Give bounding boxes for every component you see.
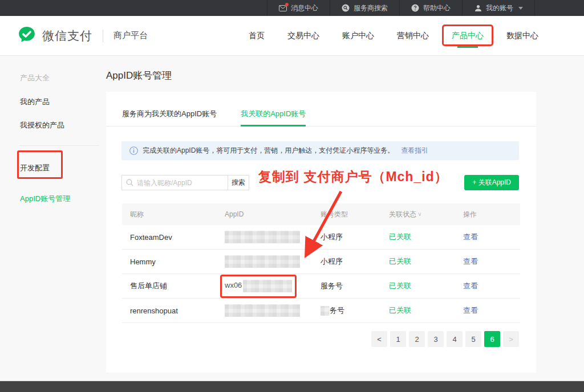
brand-name: 微信支付: [42, 28, 92, 44]
sidebar-item-authorized-products[interactable]: 我授权的产品: [0, 120, 106, 130]
cell-account-type: 小程序: [313, 232, 381, 242]
message-icon: [279, 4, 287, 12]
blurred-appid: [243, 280, 292, 292]
cell-nickname: FoxteamDev: [122, 233, 217, 242]
blurred-char: [321, 306, 329, 316]
cell-actions: 查看: [455, 256, 520, 267]
view-link[interactable]: 查看: [463, 232, 478, 241]
link-appid-button[interactable]: + 关联AppID: [464, 175, 519, 190]
content: 产品大全 我的产品 我授权的产品 开发配置 AppID账号管理 AppID账号管…: [0, 56, 584, 381]
nav-item-label: 数据中心: [506, 31, 538, 40]
blurred-appid: [225, 231, 300, 243]
cell-nickname: Hemmy: [122, 258, 217, 266]
pagination-next-button[interactable]: >: [503, 331, 519, 347]
status-badge: 已关联: [389, 306, 411, 315]
search-box: 搜索: [121, 175, 249, 190]
nav-item-products[interactable]: 产品中心: [449, 27, 486, 44]
sidebar-item-label: 我的产品: [20, 97, 50, 106]
appid-table: 昵称 AppID 账号类型 关联状态˅ 操作 FoxteamDev 小程序 已关…: [122, 203, 520, 323]
column-header-link-status[interactable]: 关联状态˅: [381, 210, 455, 219]
table-row: Hemmy 小程序 已关联 查看: [122, 250, 520, 274]
footer-bar: [0, 381, 584, 392]
search-button[interactable]: 搜索: [228, 175, 249, 190]
cell-appid: wx06: [217, 280, 313, 292]
cell-link-status: 已关联: [381, 305, 455, 316]
sidebar-item-label: AppID账号管理: [20, 194, 70, 203]
nav-item-marketing[interactable]: 营销中心: [395, 27, 431, 44]
topbar-item-message-center[interactable]: 消息中心: [267, 0, 330, 16]
sidebar-item-appid-management[interactable]: AppID账号管理: [0, 194, 106, 204]
pagination-page-6-active[interactable]: 6: [484, 331, 500, 347]
column-header-account-type: 账号类型: [313, 210, 381, 219]
status-badge: 已关联: [389, 257, 411, 266]
tab-label: 服务商为我关联的AppID账号: [122, 109, 217, 118]
status-badge: 已关联: [389, 281, 411, 290]
view-link[interactable]: 查看: [463, 306, 478, 315]
nav-item-home[interactable]: 首页: [246, 27, 267, 44]
pagination-page-5[interactable]: 5: [465, 331, 481, 347]
sidebar: 产品大全 我的产品 我授权的产品 开发配置 AppID账号管理: [0, 56, 106, 381]
nav-item-data-center[interactable]: 数据中心: [504, 27, 541, 44]
view-link[interactable]: 查看: [463, 257, 478, 266]
info-banner: 完成关联的AppID账号，将可用于支付，营销，用户触达，支付凭证小程序等业务。 …: [121, 141, 519, 160]
pagination-page-2[interactable]: 2: [409, 331, 425, 347]
column-header-nickname: 昵称: [122, 210, 217, 219]
nav-item-label: 账户中心: [342, 31, 374, 40]
topbar-item-label: 服务商搜索: [354, 3, 388, 13]
search-icon: [342, 4, 350, 12]
header: 微信支付 商户平台 首页 交易中心 账户中心 营销中心 产品中心 数据中心: [0, 16, 584, 56]
topbar-item-provider-search[interactable]: 服务商搜索: [330, 0, 399, 16]
info-icon: [129, 146, 138, 155]
cell-account-type: 务号: [313, 305, 381, 316]
nav-item-transactions[interactable]: 交易中心: [285, 27, 322, 44]
sidebar-item-dev-config[interactable]: 开发配置: [0, 163, 106, 173]
topbar-item-label: 我的账号: [486, 3, 513, 13]
cell-account-type: 服务号: [313, 281, 381, 291]
topbar-item-help-center[interactable]: 帮助中心: [399, 0, 462, 16]
nav-item-label: 产品中心: [452, 31, 484, 40]
status-badge: 已关联: [389, 232, 411, 241]
cell-nickname: renrenshopuat: [122, 307, 217, 315]
cell-actions: 查看: [455, 281, 520, 291]
main-nav: 首页 交易中心 账户中心 营销中心 产品中心 数据中心: [246, 27, 541, 44]
tab-my-linked-appid[interactable]: 我关联的AppID账号: [241, 109, 306, 126]
search-input[interactable]: [121, 175, 228, 190]
pagination-page-1[interactable]: 1: [390, 331, 406, 347]
table-row: renrenshopuat 务号 已关联 查看: [122, 299, 520, 323]
cell-appid: [217, 304, 313, 317]
sidebar-item-label: 我授权的产品: [20, 121, 64, 129]
view-link[interactable]: 查看: [463, 281, 478, 290]
wechat-pay-logo-icon: [17, 25, 36, 47]
pagination-page-3[interactable]: 3: [428, 331, 444, 347]
sidebar-item-label: 开发配置: [20, 164, 50, 172]
user-icon: [474, 4, 482, 12]
banner-guide-link[interactable]: 查看指引: [401, 146, 428, 156]
table-row: 售后单店铺 wx06 服务号 已关联 查看: [122, 274, 520, 299]
tab-provider-linked-appid[interactable]: 服务商为我关联的AppID账号: [122, 109, 217, 126]
sidebar-item-my-products[interactable]: 我的产品: [0, 97, 106, 107]
column-header-appid: AppID: [217, 210, 313, 218]
main-panel: AppID账号管理 服务商为我关联的AppID账号 我关联的AppID账号 完成…: [106, 56, 584, 381]
nav-item-account[interactable]: 账户中心: [340, 27, 376, 44]
filter-caret-icon: ˅: [418, 211, 421, 218]
cell-actions: 查看: [455, 232, 520, 242]
table-row: FoxteamDev 小程序 已关联 查看: [122, 225, 520, 250]
sidebar-section-title: 产品大全: [0, 73, 106, 83]
pagination-page-4[interactable]: 4: [447, 331, 463, 347]
cell-appid: [217, 255, 313, 268]
banner-text: 完成关联的AppID账号，将可用于支付，营销，用户触达，支付凭证小程序等业务。: [143, 146, 394, 156]
pagination-prev-button[interactable]: <: [371, 331, 387, 347]
toolbar: 搜索 + 关联AppID: [121, 175, 519, 190]
table-header-row: 昵称 AppID 账号类型 关联状态˅ 操作: [122, 203, 520, 225]
brand-divider: [103, 30, 103, 42]
cell-nickname: 售后单店铺: [122, 281, 217, 291]
cell-link-status: 已关联: [381, 232, 455, 242]
column-header-actions: 操作: [455, 210, 520, 219]
sidebar-divider: [19, 145, 99, 146]
nav-item-label: 首页: [249, 31, 265, 40]
notification-dot: [285, 3, 289, 6]
cell-link-status: 已关联: [381, 256, 455, 267]
topbar-item-my-account[interactable]: 我的账号: [462, 0, 535, 16]
help-icon: [411, 4, 419, 12]
portal-name: 商户平台: [113, 30, 148, 41]
